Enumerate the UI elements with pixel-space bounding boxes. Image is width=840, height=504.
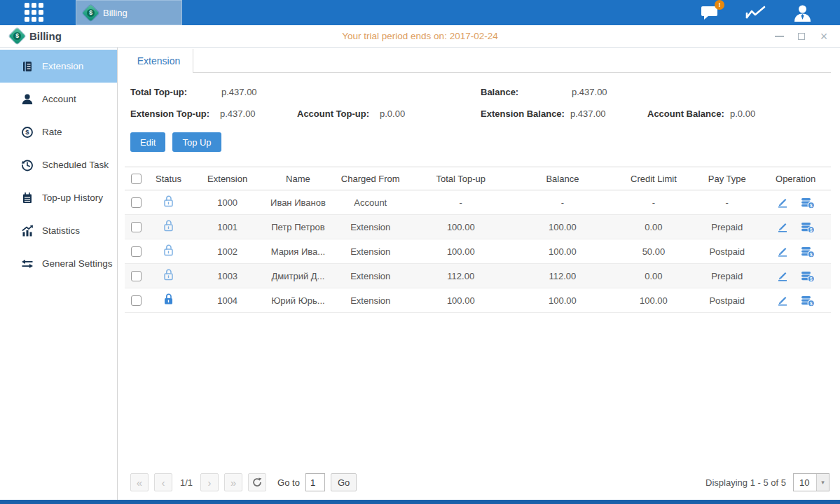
- sidebar-item-label: General Settings: [42, 258, 113, 269]
- cell-pay-type: Postpaid: [694, 288, 760, 313]
- header-pay-type: Pay Type: [694, 167, 760, 190]
- header-extension: Extension: [190, 167, 266, 190]
- top-up-row-icon[interactable]: $: [800, 220, 815, 234]
- statistics-chart-icon: [21, 225, 34, 237]
- sidebar: Extension Account $ Rate: [0, 48, 118, 500]
- page-size-dropdown[interactable]: 10 ▾: [793, 473, 829, 491]
- top-up-row-icon[interactable]: $: [800, 245, 815, 258]
- total-topup-label: Total Top-up:: [130, 87, 221, 97]
- sidebar-item-scheduled-task[interactable]: Scheduled Task: [0, 148, 117, 181]
- billing-app-icon: $: [82, 4, 99, 21]
- svg-text:$: $: [810, 276, 813, 281]
- header-charged-from: Charged From: [331, 167, 410, 190]
- window-titlebar: $ Billing Your trial period ends on: 201…: [0, 25, 840, 48]
- top-up-row-icon[interactable]: $: [800, 196, 815, 209]
- row-checkbox[interactable]: [131, 271, 142, 281]
- select-all-checkbox[interactable]: [131, 174, 142, 184]
- cell-charged-from: Account: [331, 190, 410, 215]
- main-content: Extension Total Top-up: p.437.00 Extensi…: [118, 48, 840, 500]
- action-toolbar: Edit Top Up: [130, 132, 831, 152]
- header-balance: Balance: [511, 167, 613, 190]
- resource-monitor-icon[interactable]: [745, 4, 766, 21]
- top-up-button[interactable]: Top Up: [172, 132, 221, 152]
- cell-pay-type: Postpaid: [694, 239, 760, 264]
- refresh-icon: [252, 477, 262, 487]
- table-row: 1003 Дмитрий Д... Extension 112.00 112.0…: [125, 264, 831, 288]
- maximize-button[interactable]: [797, 31, 806, 41]
- sidebar-item-topup-history[interactable]: Top-up History: [0, 181, 117, 214]
- tab-extension[interactable]: Extension: [125, 49, 193, 73]
- sidebar-item-rate[interactable]: $ Rate: [0, 115, 117, 148]
- row-checkbox[interactable]: [131, 246, 142, 257]
- sidebar-item-label: Rate: [42, 127, 62, 137]
- row-checkbox[interactable]: [131, 197, 142, 208]
- cell-total-topup: 100.00: [410, 239, 511, 264]
- edit-button[interactable]: Edit: [130, 132, 165, 152]
- cell-total-topup: 100.00: [410, 215, 511, 239]
- sidebar-item-extension[interactable]: Extension: [0, 50, 117, 83]
- table-row: 1002 Мария Ива... Extension 100.00 100.0…: [125, 239, 831, 264]
- top-up-row-icon[interactable]: $: [800, 270, 815, 283]
- unlock-icon: [162, 219, 175, 232]
- go-button[interactable]: Go: [331, 473, 357, 491]
- page-size-value: 10: [794, 477, 816, 488]
- edit-row-icon[interactable]: [776, 245, 789, 258]
- summary-left-column: Total Top-up: p.437.00 Extension Top-up:…: [130, 81, 481, 125]
- svg-text:$: $: [25, 128, 29, 136]
- edit-row-icon[interactable]: [776, 270, 789, 282]
- bottom-strip: [0, 500, 840, 504]
- tab-strip: Extension: [125, 49, 831, 73]
- edit-row-icon[interactable]: [776, 196, 789, 209]
- cell-extension: 1000: [190, 190, 266, 215]
- unlock-icon: [162, 244, 175, 257]
- extension-table: Status Extension Name Charged From Total…: [125, 167, 831, 313]
- unlock-icon: [162, 195, 175, 208]
- cell-name: Юрий Юрь...: [266, 288, 331, 313]
- sidebar-item-statistics[interactable]: Statistics: [0, 214, 117, 247]
- prev-page-button[interactable]: ‹: [154, 473, 172, 491]
- cell-extension: 1001: [190, 215, 266, 239]
- cell-charged-from: Extension: [331, 264, 410, 288]
- cell-credit-limit: -: [613, 190, 694, 215]
- apps-grid-icon[interactable]: [25, 3, 44, 22]
- cell-charged-from: Extension: [331, 288, 410, 313]
- workspace: Extension Account $ Rate: [0, 48, 840, 500]
- notepad-icon: [21, 192, 34, 204]
- edit-row-icon[interactable]: [776, 220, 789, 233]
- header-name: Name: [266, 167, 331, 190]
- taskbar-billing-button[interactable]: $ Billing: [76, 0, 182, 25]
- cell-charged-from: Extension: [331, 215, 410, 239]
- sidebar-item-general-settings[interactable]: General Settings: [0, 247, 117, 280]
- notification-badge: !: [715, 0, 724, 10]
- edit-row-icon[interactable]: [776, 294, 789, 307]
- cell-credit-limit: 0.00: [613, 264, 694, 288]
- refresh-button[interactable]: [248, 473, 266, 491]
- last-page-button[interactable]: »: [224, 473, 242, 491]
- sliders-icon: [21, 258, 34, 270]
- close-button[interactable]: ×: [819, 31, 829, 41]
- cell-name: Иван Иванов: [266, 190, 331, 215]
- row-checkbox[interactable]: [131, 222, 142, 232]
- svg-text:$: $: [810, 227, 813, 232]
- sidebar-item-label: Statistics: [42, 225, 80, 236]
- extension-topup-label: Extension Top-up:: [130, 108, 220, 119]
- next-page-button[interactable]: ›: [200, 473, 219, 491]
- minimize-button[interactable]: [774, 31, 784, 41]
- top-up-row-icon[interactable]: $: [800, 294, 815, 307]
- billing-window-icon: $: [8, 27, 25, 44]
- first-page-button[interactable]: «: [130, 473, 149, 491]
- row-checkbox[interactable]: [131, 295, 142, 306]
- account-topup-label: Account Top-up:: [297, 108, 380, 119]
- dollar-circle-icon: $: [21, 126, 34, 139]
- cell-credit-limit: 100.00: [613, 288, 694, 313]
- cell-total-topup: 112.00: [410, 264, 511, 288]
- cell-balance: 100.00: [511, 288, 613, 313]
- sidebar-item-account[interactable]: Account: [0, 83, 117, 115]
- messages-icon[interactable]: !: [701, 4, 719, 21]
- lock-icon: [162, 293, 175, 306]
- screen: $ Billing !: [0, 0, 840, 504]
- trial-notice: Your trial period ends on: 2017-02-24: [0, 31, 840, 41]
- goto-page-input[interactable]: [305, 473, 325, 491]
- header-operation: Operation: [760, 167, 831, 190]
- user-account-icon[interactable]: [793, 4, 812, 22]
